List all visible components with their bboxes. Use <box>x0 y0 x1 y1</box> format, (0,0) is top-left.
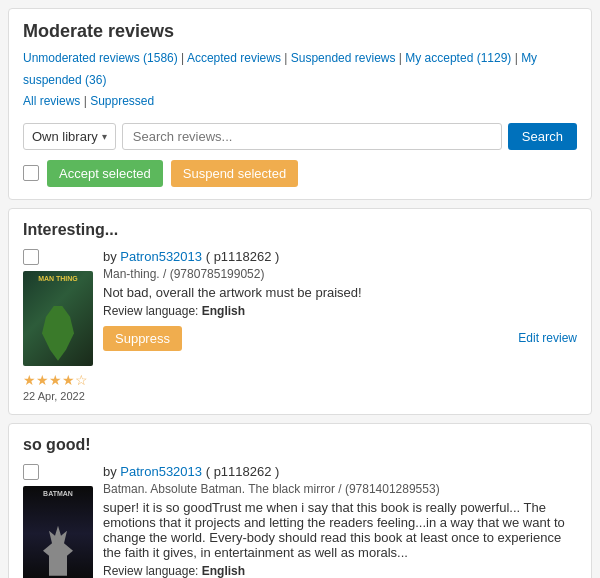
top-section: Moderate reviews Unmoderated reviews (15… <box>8 8 592 200</box>
review-date-1: 22 Apr, 2022 <box>23 390 88 402</box>
nav-link-suppressed[interactable]: Suppressed <box>90 94 154 108</box>
nav-link-all-reviews[interactable]: All reviews <box>23 94 80 108</box>
patron-id-2: p1118262 <box>214 464 272 479</box>
actions-row: Accept selected Suspend selected <box>23 160 577 187</box>
patron-link-2[interactable]: Patron532013 <box>120 464 202 479</box>
nav-link-unmoderated[interactable]: Unmoderated reviews (1586) <box>23 51 178 65</box>
review-body-1: ★★★★☆ 22 Apr, 2022 by Patron532013 ( p11… <box>23 249 577 402</box>
review-actions-1: Suppress Edit review <box>103 326 577 351</box>
stars-1: ★★★★☆ <box>23 372 88 388</box>
page-title: Moderate reviews <box>23 21 577 42</box>
review-checkbox-1[interactable] <box>23 249 39 265</box>
review-title-2: so good! <box>23 436 577 454</box>
review-card-2: so good! ★★★★★ 21 Apr, 2022 by Patron532… <box>8 423 592 578</box>
review-left-1: ★★★★☆ 22 Apr, 2022 <box>23 249 93 402</box>
review-work-1: Man-thing. / (9780785199052) <box>103 267 577 281</box>
book-cover-1 <box>23 271 93 366</box>
review-content-1: by Patron532013 ( p1118262 ) Man-thing. … <box>103 249 577 402</box>
book-cover-2 <box>23 486 93 578</box>
search-row: Own library ▾ Search <box>23 123 577 150</box>
review-left-2: ★★★★★ 21 Apr, 2022 <box>23 464 93 578</box>
manthing-creature-icon <box>38 306 78 361</box>
nav-link-accepted[interactable]: Accepted reviews <box>187 51 281 65</box>
library-dropdown[interactable]: Own library ▾ <box>23 123 116 150</box>
review-checkbox-2[interactable] <box>23 464 39 480</box>
review-text-2: super! it is so goodTrust me when i say … <box>103 500 577 560</box>
nav-link-suspended[interactable]: Suspended reviews <box>291 51 396 65</box>
review-patron-line-2: by Patron532013 ( p1118262 ) <box>103 464 577 479</box>
search-button[interactable]: Search <box>508 123 577 150</box>
review-card-1: Interesting... ★★★★☆ 22 Apr, 2022 by Pat… <box>8 208 592 415</box>
suppress-button-1[interactable]: Suppress <box>103 326 182 351</box>
page-wrapper: Moderate reviews Unmoderated reviews (15… <box>0 0 600 578</box>
stars-date-1: ★★★★☆ 22 Apr, 2022 <box>23 372 88 402</box>
review-work-2: Batman. Absolute Batman. The black mirro… <box>103 482 577 496</box>
accept-selected-button[interactable]: Accept selected <box>47 160 163 187</box>
review-title-1: Interesting... <box>23 221 577 239</box>
review-lang-1: Review language: English <box>103 304 577 318</box>
suspend-selected-button[interactable]: Suspend selected <box>171 160 298 187</box>
review-body-2: ★★★★★ 21 Apr, 2022 by Patron532013 ( p11… <box>23 464 577 578</box>
review-content-2: by Patron532013 ( p1118262 ) Batman. Abs… <box>103 464 577 578</box>
review-lang-value-2: English <box>202 564 245 578</box>
nav-link-my-accepted[interactable]: My accepted (1129) <box>405 51 511 65</box>
library-label: Own library <box>32 129 98 144</box>
batman-silhouette-icon <box>43 526 73 576</box>
review-patron-line-1: by Patron532013 ( p1118262 ) <box>103 249 577 264</box>
search-input[interactable] <box>122 123 502 150</box>
nav-links: Unmoderated reviews (1586) | Accepted re… <box>23 48 577 113</box>
review-lang-value-1: English <box>202 304 245 318</box>
select-all-checkbox[interactable] <box>23 165 39 181</box>
review-text-1: Not bad, overall the artwork must be pra… <box>103 285 577 300</box>
patron-id-1: p1118262 <box>214 249 272 264</box>
review-lang-2: Review language: English <box>103 564 577 578</box>
edit-review-link-1[interactable]: Edit review <box>518 331 577 345</box>
chevron-down-icon: ▾ <box>102 131 107 142</box>
patron-link-1[interactable]: Patron532013 <box>120 249 202 264</box>
